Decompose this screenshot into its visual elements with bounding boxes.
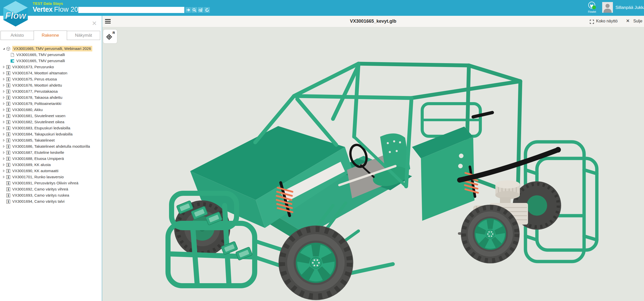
tree-item[interactable]: VX3001665, TMV perusmalli, Webinaari 202…	[0, 46, 102, 52]
tree-item[interactable]: VX3001677, Perustakaosa	[0, 88, 102, 94]
tree-item[interactable]: VX3001683, Etupuskuri ledvaloilla	[0, 125, 102, 131]
info-icon	[6, 89, 10, 94]
tree-item-label: VX3001691, Perusväritys Oliivin vihreä	[12, 181, 78, 186]
tree-item-label: VX3001676, Moottori ahdettu	[12, 83, 62, 88]
viewer-close-button[interactable]: Sulje	[633, 19, 642, 23]
tree-item-label: VX3001679, Polttoainetankki	[12, 101, 61, 106]
tree-item-label: VX3001677, Perustakaosa	[12, 89, 58, 94]
viewer-close-icon[interactable]: ✕	[626, 18, 630, 24]
tree-item-label: VX3001686, Takatelineet ahdetulla mootto…	[12, 144, 90, 149]
expand-arrow-slot	[2, 187, 6, 191]
expand-arrow-icon[interactable]	[2, 47, 6, 51]
tree-item[interactable]: VX3001676, Moottori ahdettu	[0, 82, 102, 88]
tree-item[interactable]: VX3001693, Camo väritys ruskea	[0, 192, 102, 198]
expand-arrow-slot	[2, 59, 6, 63]
expand-arrow-icon[interactable]	[2, 132, 6, 136]
tab-rakenne[interactable]: Rakenne	[34, 31, 67, 40]
assembly-icon	[6, 47, 10, 51]
tree-item[interactable]: VX3001674, Moottori ahtamaton	[0, 70, 102, 76]
flowlet-label: Flowlet	[585, 10, 599, 13]
expand-arrow-icon[interactable]	[2, 175, 6, 179]
tree-item-label: VX3001674, Moottori ahtamaton	[12, 71, 67, 76]
tree-item-label: VX3001685, Takatelineet	[12, 138, 55, 143]
tree-item[interactable]: VX3001682, Sivutelineet oikea	[0, 119, 102, 125]
expand-arrow-icon[interactable]	[2, 77, 6, 81]
user-name[interactable]: Sillanpää Jukka	[615, 5, 644, 10]
expand-arrow-icon[interactable]	[2, 89, 6, 93]
expand-arrow-icon[interactable]	[2, 126, 6, 130]
tree-item-label: VX3001701, Runko lavaversio	[12, 174, 64, 180]
info-icon	[6, 157, 10, 161]
refresh-icon	[205, 8, 209, 12]
expand-arrow-icon[interactable]	[2, 83, 6, 87]
search-button[interactable]	[191, 7, 197, 13]
tree-item[interactable]: VX3001675, Perus etuosa	[0, 76, 102, 82]
expand-arrow-icon[interactable]	[2, 71, 6, 75]
tree-item[interactable]: VX3001691, Perusväritys Oliivin vihreä	[0, 180, 102, 186]
tree-item[interactable]: VX3001665, TMV perusmalli	[0, 52, 102, 58]
app-title: VertexFlow 2026	[33, 6, 86, 13]
tree-item-label: VX3001678, Takaosa ahdettu	[12, 95, 62, 100]
user-avatar[interactable]	[602, 2, 613, 13]
tree-item[interactable]: VX3001665, TMV perusmalli	[0, 58, 102, 64]
tree-item[interactable]: VX3001686, Takatelineet ahdetulla mootto…	[0, 143, 102, 149]
flowlet-plug-icon	[588, 1, 596, 10]
expand-arrow-icon[interactable]	[2, 157, 6, 161]
viewer-menu-button[interactable]	[105, 19, 111, 24]
tree-item[interactable]: VX3001688, Etuosa Umpiperä	[0, 156, 102, 162]
search-input[interactable]	[78, 7, 184, 13]
tree-item[interactable]: VX3001687, Etuteline keskelle	[0, 149, 102, 156]
document-icon	[10, 53, 15, 57]
fullscreen-button[interactable]: Koko näyttö	[596, 19, 618, 23]
expand-arrow-icon[interactable]	[2, 138, 6, 142]
tree-item[interactable]: VX3001701, Runko lavaversio	[0, 174, 102, 180]
tree-item-label: VX3001683, Etupuskuri ledvaloilla	[12, 126, 70, 131]
tree-item-label: VX3001694, Camo väritys talvi	[12, 199, 65, 204]
app-title-bold: Vertex	[33, 6, 53, 13]
environment-label: TEST Data Stays	[33, 1, 63, 6]
tree-item[interactable]: VX3001684, Takapuskuri ledvaloilla	[0, 131, 102, 137]
tree-item[interactable]: VX3001692, Camo väritys vihreä	[0, 186, 102, 192]
expand-arrow-slot	[2, 181, 6, 185]
tab-arkisto[interactable]: Arkisto	[1, 31, 34, 40]
expand-arrow-icon[interactable]	[2, 102, 6, 106]
info-icon	[6, 187, 10, 191]
expand-arrow-slot	[2, 53, 6, 57]
tree-item[interactable]: VX3001680, Akku	[0, 107, 102, 113]
expand-arrow-icon[interactable]	[2, 95, 6, 100]
reset-view-button[interactable]: R	[103, 30, 117, 43]
info-icon	[6, 163, 10, 167]
tree-item[interactable]: VX3001690, KK automaatti	[0, 168, 102, 174]
tree-item[interactable]: VX3001681, Sivutelineet vasen	[0, 113, 102, 119]
advanced-search-button[interactable]	[198, 7, 203, 13]
expand-arrow-icon[interactable]	[2, 114, 6, 118]
expand-arrow-icon[interactable]	[2, 150, 6, 155]
search-go-button[interactable]	[185, 7, 191, 13]
flow-logo[interactable]: Flow	[2, 1, 30, 27]
expand-arrow-icon[interactable]	[2, 144, 6, 148]
fullscreen-icon[interactable]	[590, 20, 594, 24]
tree-item[interactable]: VX3001679, Polttoainetankki	[0, 101, 102, 107]
tree-item[interactable]: VX3001685, Takatelineet	[0, 137, 102, 143]
tree-item-label: VX3001665, TMV perusmalli, Webinaari 202…	[12, 46, 92, 51]
tree-item-label: VX3001665, TMV perusmalli	[16, 52, 65, 57]
tree-item[interactable]: VX3001689, KK alusta	[0, 162, 102, 168]
panel-divider[interactable]	[102, 16, 102, 301]
expand-arrow-icon[interactable]	[2, 163, 6, 167]
expand-arrow-icon[interactable]	[2, 65, 6, 69]
info-icon	[6, 65, 10, 69]
expand-arrow-icon[interactable]	[2, 108, 6, 112]
expand-arrow-slot	[2, 199, 6, 203]
tab-näkymät[interactable]: Näkymät	[67, 31, 100, 40]
flowlet-button[interactable]: Flowlet	[585, 1, 599, 15]
arrow-right-icon	[186, 8, 190, 11]
tree-item[interactable]: VX3001678, Takaosa ahdettu	[0, 94, 102, 101]
expand-arrow-icon[interactable]	[2, 169, 6, 173]
expand-arrow-icon[interactable]	[2, 120, 6, 124]
refresh-button[interactable]	[204, 7, 210, 13]
tree-item-label: VX3001665, TMV perusmalli	[16, 58, 65, 63]
tree-item[interactable]: VX3001694, Camo väritys talvi	[0, 198, 102, 204]
panel-close-icon[interactable]: ✕	[92, 20, 97, 27]
tree-item[interactable]: VX3001673, Perusrunko	[0, 64, 102, 70]
tree-item-label: VX3001682, Sivutelineet oikea	[12, 119, 64, 125]
